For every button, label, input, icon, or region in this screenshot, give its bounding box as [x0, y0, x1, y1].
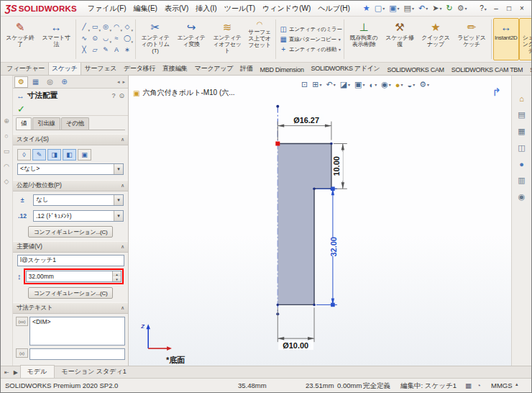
sketch-tool-trim[interactable]: ╳ [79, 44, 89, 55]
offset-entities-button[interactable]: ≋ エンティティオフセット [209, 18, 245, 60]
instant2d-button[interactable]: ↔ Instant2D [493, 18, 519, 60]
dimension-text-area-2[interactable] [29, 348, 125, 360]
forum-icon[interactable]: ◉ [518, 192, 526, 202]
tab-markup[interactable]: マークアップ [191, 63, 237, 75]
tolerance-type-dropdown[interactable]: なし [33, 194, 124, 206]
style-save-button[interactable]: ◧ [63, 149, 76, 161]
tag-icon[interactable]: ◔ [477, 381, 481, 389]
minimize-button[interactable]: – [490, 3, 503, 14]
dim-text-format-button[interactable]: (xx) [16, 317, 28, 326]
style-dropdown[interactable]: <なし> [17, 163, 124, 175]
ok-check-icon[interactable]: ✓ [17, 104, 25, 114]
menu-insert[interactable]: 挿入(I) [192, 2, 220, 15]
arc-flyout-icon[interactable]: ◠ [4, 163, 9, 170]
menu-tools[interactable]: ツール(T) [221, 2, 259, 15]
value-configurations-button[interactable]: コンフィギュレーション...(C) [28, 287, 114, 299]
save-icon[interactable]: ▣ [387, 4, 401, 13]
tab-data-migration[interactable]: データ移行 [120, 63, 159, 75]
polygon-flyout-icon[interactable]: ◇ [4, 178, 9, 185]
style-section-header[interactable]: スタイル(S) [13, 134, 128, 145]
undo-icon[interactable]: ↶ [416, 4, 430, 13]
help-icon[interactable]: ? [477, 3, 490, 14]
file-explorer-icon[interactable]: ▦ [518, 127, 525, 136]
graphics-viewport[interactable]: ⊡⊞↶◪▣◐◉●◒⚙ ▣ 六角穴付きボルト-M10 (六... ↱ [129, 76, 511, 366]
menu-view[interactable]: 表示(V) [161, 2, 192, 15]
dimension-value-spinner[interactable] [26, 271, 122, 282]
collapse-chevron-icon[interactable] [121, 244, 124, 250]
dimension-shank-diameter[interactable]: Ø10.00 [278, 307, 314, 350]
new-document-icon[interactable]: ▢ [372, 4, 387, 13]
style-load-button[interactable]: ▣ [78, 149, 91, 161]
menu-window[interactable]: ウィンドウ(W) [259, 2, 314, 15]
tab-direct-editing[interactable]: 直接編集 [159, 63, 191, 75]
sketch-canvas[interactable]: Ø16.27 10.00 [129, 76, 511, 366]
dimension-head-height[interactable]: 10.00 [332, 144, 347, 189]
displaymanager-tab[interactable]: ⊕ [58, 76, 71, 88]
style-update-button[interactable]: ◨ [47, 149, 61, 161]
menu-file[interactable]: ファイル(F) [84, 2, 130, 15]
style-add-button[interactable]: ✎ [32, 149, 46, 161]
trim-entities-button[interactable]: ✂ エンティティのトリム(T) [137, 18, 173, 60]
tab-surfaces[interactable]: サーフェス [81, 63, 120, 75]
dropdown-arrow-icon[interactable] [114, 211, 123, 221]
circle-flyout-icon[interactable]: ○ [4, 132, 8, 140]
move-entities-button[interactable]: +エンティティの移動 [279, 45, 341, 53]
help-icon[interactable]: ? [111, 92, 115, 99]
sketch-point[interactable] [276, 105, 279, 108]
repair-sketch-button[interactable]: ⚒ スケッチ修復 [382, 18, 418, 60]
design-library-icon[interactable]: ▤ [518, 110, 525, 119]
dimension-name-input[interactable] [17, 255, 124, 266]
dimension-text-area[interactable]: <DIM> [29, 317, 125, 345]
sketch-point[interactable] [330, 143, 333, 145]
spin-down-icon[interactable] [113, 276, 121, 281]
dropdown-arrow-icon[interactable] [114, 164, 123, 174]
close-button[interactable]: × [515, 3, 528, 14]
pin-menus-icon[interactable]: ★ [361, 4, 372, 13]
tab-other[interactable]: その他 [61, 117, 89, 130]
rect-flyout-icon[interactable]: ▭ [4, 148, 10, 155]
dimension-head-diameter[interactable]: Ø16.27 [278, 115, 331, 140]
sketch-point[interactable] [277, 304, 280, 307]
options-gear-icon[interactable]: ⚙ [455, 4, 469, 13]
collapse-chevron-icon[interactable] [121, 305, 124, 311]
tab-scroll-start-icon[interactable]: ⇤ [2, 369, 12, 376]
quick-tips-icon[interactable]: ▦ [465, 381, 472, 389]
model-tab[interactable]: モデル [20, 365, 55, 378]
sketch-tool-offset-curve[interactable]: ≈ [111, 32, 121, 43]
tab-mbd-dimension[interactable]: MBD Dimension [256, 64, 307, 75]
dimension-value-input[interactable] [27, 271, 113, 281]
units-selector[interactable]: MMGS [491, 381, 513, 389]
sketch-tool-spline[interactable]: ∿ [79, 32, 89, 43]
tab-sw-cam[interactable]: SOLIDWORKS CAM [383, 64, 447, 75]
exit-sketch-button[interactable]: ✎ スケッチ終了 [2, 18, 38, 60]
sketch-tool-ink[interactable]: ✎ [101, 44, 111, 55]
mirror-entities-button[interactable]: ◫エンティティのミラー [279, 25, 341, 33]
smart-dimension-button[interactable]: ↔ スマート寸法 [38, 18, 74, 60]
sketch-profile[interactable] [278, 144, 331, 305]
dimension-handle[interactable] [331, 186, 335, 191]
sketch-tool-arc[interactable]: ◠ [111, 21, 121, 32]
dim-text-symbol-button[interactable]: (x) [16, 348, 28, 358]
shaded-sketch-contours-button[interactable]: ◩ シェイディングスケッチ輪郭 [519, 18, 531, 60]
offset-on-surface-button[interactable]: ◠ サーフェス上でオフセット [245, 18, 274, 60]
precision-dropdown[interactable]: .12 (ﾄﾞｷｭﾒﾝﾄ) [33, 210, 124, 222]
tab-value[interactable]: 値 [16, 117, 32, 130]
tab-sketch[interactable]: スケッチ [48, 63, 81, 75]
pin-icon[interactable]: ⊙ [119, 92, 124, 99]
tab-evaluate[interactable]: 評価 [237, 63, 256, 75]
linear-pattern-button[interactable]: ▦直線パターンコピー [279, 35, 341, 43]
collapse-chevron-icon[interactable] [121, 137, 124, 143]
print-icon[interactable]: ▤ [402, 4, 416, 13]
motion-study-tab[interactable]: モーション スタディ1 [55, 365, 134, 378]
tolerance-configurations-button[interactable]: コンフィギュレーション...(C) [28, 226, 114, 238]
scroll-right-icon[interactable]: ▸ [121, 79, 127, 85]
dropdown-arrow-icon[interactable] [114, 195, 123, 205]
style-default-button[interactable]: ◊ [17, 149, 31, 161]
primary-value-section-header[interactable]: 主要値(V) [13, 241, 128, 253]
tab-features[interactable]: フィーチャー [3, 63, 48, 75]
sketch-tool-ellipse[interactable]: ◯ [122, 32, 132, 43]
sketch-point[interactable] [313, 304, 316, 307]
rapid-sketch-button[interactable]: ✏ ラピッドスケッチ [454, 18, 490, 60]
sketch-tool-rectangle[interactable]: ▭ [90, 21, 100, 32]
tab-sw-addins[interactable]: SOLIDWORKS アドイン [308, 63, 384, 75]
